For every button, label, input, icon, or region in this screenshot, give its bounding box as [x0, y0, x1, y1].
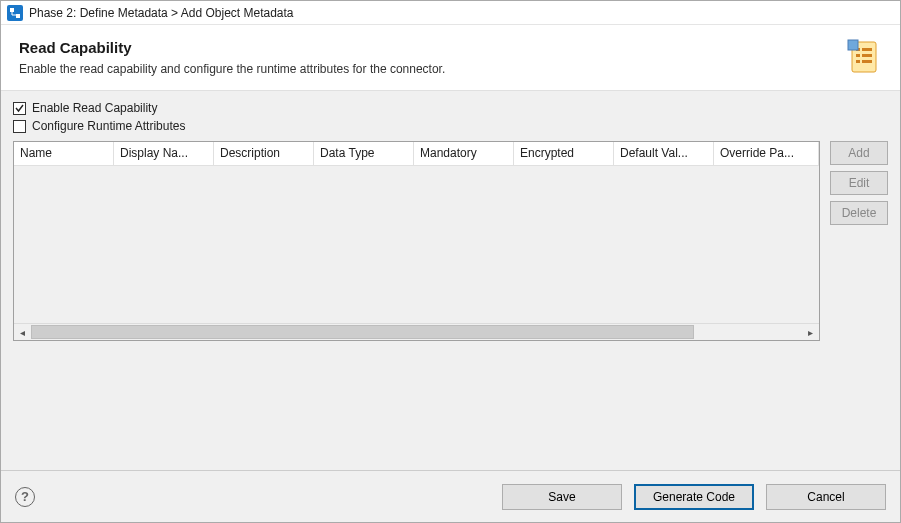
edit-button[interactable]: Edit — [830, 171, 888, 195]
checkbox-icon — [13, 102, 26, 115]
footer: ? Save Generate Code Cancel — [1, 470, 900, 522]
delete-button[interactable]: Delete — [830, 201, 888, 225]
horizontal-scrollbar[interactable]: ◂ ▸ — [14, 323, 819, 340]
col-name[interactable]: Name — [14, 142, 114, 166]
save-button[interactable]: Save — [502, 484, 622, 510]
svg-rect-6 — [862, 54, 872, 57]
svg-rect-9 — [848, 40, 858, 50]
scroll-left-icon[interactable]: ◂ — [14, 324, 31, 341]
banner-description: Enable the read capability and configure… — [19, 62, 882, 76]
col-display-name[interactable]: Display Na... — [114, 142, 214, 166]
configure-runtime-checkbox[interactable]: Configure Runtime Attributes — [13, 119, 888, 133]
table-body — [14, 166, 819, 323]
scroll-right-icon[interactable]: ▸ — [802, 324, 819, 341]
checkbox-icon — [13, 120, 26, 133]
generate-code-button[interactable]: Generate Code — [634, 484, 754, 510]
cancel-button[interactable]: Cancel — [766, 484, 886, 510]
app-icon — [7, 5, 23, 21]
attributes-table[interactable]: Name Display Na... Description Data Type… — [13, 141, 820, 341]
svg-rect-7 — [856, 60, 860, 63]
svg-rect-0 — [10, 8, 14, 12]
add-button[interactable]: Add — [830, 141, 888, 165]
col-override-partition[interactable]: Override Pa... — [714, 142, 819, 166]
content-area: Enable Read Capability Configure Runtime… — [1, 91, 900, 470]
scroll-track[interactable] — [31, 324, 802, 340]
svg-rect-4 — [862, 48, 872, 51]
svg-rect-5 — [856, 54, 860, 57]
col-data-type[interactable]: Data Type — [314, 142, 414, 166]
help-icon[interactable]: ? — [15, 487, 35, 507]
svg-rect-8 — [862, 60, 872, 63]
table-side-buttons: Add Edit Delete — [830, 141, 888, 341]
banner-heading: Read Capability — [19, 39, 882, 56]
col-description[interactable]: Description — [214, 142, 314, 166]
svg-rect-1 — [16, 14, 20, 18]
col-encrypted[interactable]: Encrypted — [514, 142, 614, 166]
col-default-value[interactable]: Default Val... — [614, 142, 714, 166]
col-mandatory[interactable]: Mandatory — [414, 142, 514, 166]
checkbox-label: Configure Runtime Attributes — [32, 119, 185, 133]
table-header: Name Display Na... Description Data Type… — [14, 142, 819, 166]
scroll-thumb[interactable] — [31, 325, 694, 339]
dialog-window: Phase 2: Define Metadata > Add Object Me… — [0, 0, 901, 523]
banner: Read Capability Enable the read capabili… — [1, 25, 900, 91]
titlebar: Phase 2: Define Metadata > Add Object Me… — [1, 1, 900, 25]
window-title: Phase 2: Define Metadata > Add Object Me… — [29, 6, 294, 20]
document-icon — [846, 38, 886, 78]
enable-read-checkbox[interactable]: Enable Read Capability — [13, 101, 888, 115]
checkbox-label: Enable Read Capability — [32, 101, 157, 115]
